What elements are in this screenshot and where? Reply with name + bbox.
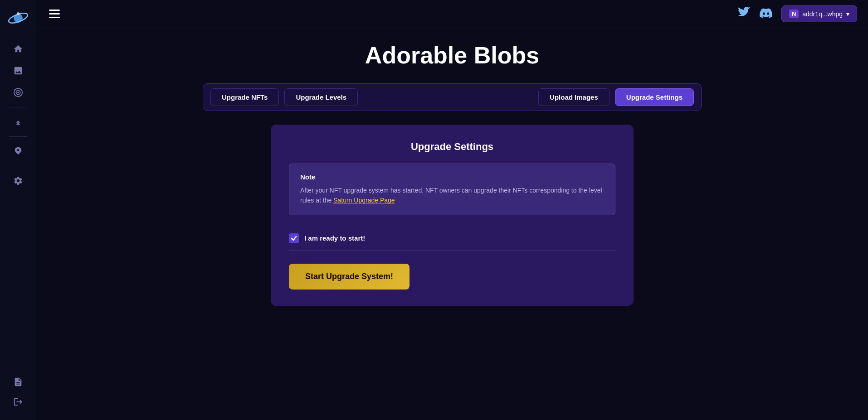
settings-icon[interactable] (9, 172, 27, 190)
wallet-badge: N (789, 10, 799, 18)
note-label: Note (300, 173, 604, 181)
start-upgrade-button[interactable]: Start Upgrade System! (289, 264, 410, 290)
sidebar-divider-1 (9, 107, 27, 107)
svg-point-5 (17, 92, 19, 93)
grid-icon[interactable] (9, 142, 27, 160)
tab-upload-images[interactable]: Upload Images (538, 88, 610, 106)
settings-card-title: Upgrade Settings (289, 141, 615, 153)
wallet-address: addr1q...whpg (802, 10, 843, 18)
document-icon[interactable] (9, 373, 27, 391)
chevron-up-icon[interactable] (9, 113, 27, 131)
saturn-upgrade-link[interactable]: Saturn Upgrade Page (333, 197, 395, 204)
sidebar-logo[interactable] (7, 7, 29, 29)
discord-icon[interactable] (760, 7, 772, 21)
image-icon[interactable] (9, 62, 27, 80)
sidebar (0, 0, 36, 420)
header-right: N addr1q...whpg ▾ (738, 5, 857, 22)
svg-point-2 (17, 12, 20, 15)
settings-card: Upgrade Settings Note After your NFT upg… (271, 125, 634, 306)
main-content: N addr1q...whpg ▾ Adorable Blobs Upgrade… (36, 0, 868, 420)
wallet-button[interactable]: N addr1q...whpg ▾ (781, 5, 857, 22)
ready-checkbox[interactable] (289, 233, 299, 243)
sidebar-divider-2 (9, 136, 27, 137)
page-title: Adorable Blobs (365, 42, 539, 69)
header: N addr1q...whpg ▾ (36, 0, 868, 28)
home-icon[interactable] (9, 40, 27, 58)
logout-icon[interactable] (9, 393, 27, 411)
note-box: Note After your NFT upgrade system has s… (289, 164, 615, 215)
tab-upgrade-nfts[interactable]: Upgrade NFTs (210, 88, 279, 106)
hamburger-button[interactable] (47, 8, 62, 20)
sidebar-bottom (9, 371, 27, 413)
header-left (47, 8, 62, 20)
tab-upgrade-levels[interactable]: Upgrade Levels (284, 88, 358, 106)
twitter-icon[interactable] (738, 7, 751, 21)
page-content: Adorable Blobs Upgrade NFTs Upgrade Leve… (36, 28, 868, 420)
tab-upgrade-settings[interactable]: Upgrade Settings (615, 88, 694, 106)
checkbox-label: I am ready to start! (304, 234, 365, 242)
checkbox-row: I am ready to start! (289, 226, 615, 251)
tab-bar: Upgrade NFTs Upgrade Levels Upload Image… (203, 83, 702, 111)
target-icon[interactable] (9, 83, 27, 101)
note-text: After your NFT upgrade system has starte… (300, 185, 604, 206)
sidebar-divider-3 (9, 166, 27, 166)
wallet-chevron: ▾ (846, 10, 849, 18)
